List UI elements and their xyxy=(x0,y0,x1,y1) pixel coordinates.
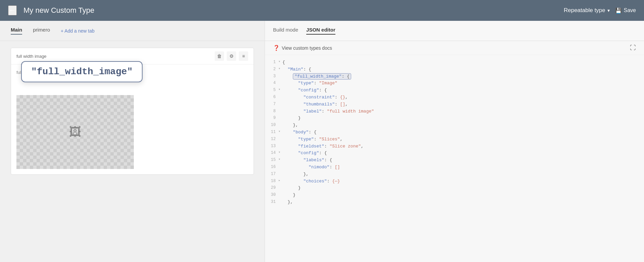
docs-link[interactable]: ❓ View custom types docs xyxy=(273,45,332,51)
line-number: 31 xyxy=(268,199,278,205)
line-content: "labels": { xyxy=(282,157,641,164)
json-line: 8 "label": "full width image" xyxy=(265,108,644,115)
line-content: "Main": { xyxy=(282,66,641,73)
json-line: 14▾ "config": { xyxy=(265,150,644,157)
line-content: }, xyxy=(282,122,641,129)
json-line: 7 "thumbnails": [], xyxy=(265,101,644,108)
line-number: 8 xyxy=(268,108,278,115)
image-placeholder: 🖼 xyxy=(16,95,134,169)
save-button[interactable]: 💾 Save xyxy=(615,7,636,14)
line-content: "type": "Image" xyxy=(282,80,641,87)
repeatable-type-dropdown[interactable]: Repeatable type ▾ xyxy=(564,7,610,14)
line-number: 12 xyxy=(268,136,278,142)
json-line: 1▾{ xyxy=(265,59,644,66)
json-line: 2▾ "Main": { xyxy=(265,66,644,73)
line-number: 2 xyxy=(268,66,278,73)
json-line: 9 } xyxy=(265,115,644,122)
line-number: 13 xyxy=(268,143,278,149)
line-content: }, xyxy=(282,171,641,178)
json-line: 13 "fieldset": "Slice zone", xyxy=(265,143,644,150)
callout-box: "full_width_image" xyxy=(21,61,143,82)
json-line: 5▾ "config": { xyxy=(265,87,644,94)
line-number: 3 xyxy=(268,73,278,80)
add-tab-button[interactable]: + Add a new tab xyxy=(61,28,95,34)
line-toggle-icon[interactable]: ▾ xyxy=(278,157,282,162)
back-button[interactable]: ← xyxy=(8,5,17,15)
line-content: "thumbnails": [], xyxy=(282,101,641,108)
json-line: 3 "full_width_image": { xyxy=(265,73,644,80)
line-number: 10 xyxy=(268,122,278,128)
json-line: 12 "type": "Slices", xyxy=(265,136,644,143)
tab-build-mode[interactable]: Build mode xyxy=(273,27,298,35)
repeatable-type-label: Repeatable type xyxy=(564,7,605,14)
drag-handle[interactable]: ≡ xyxy=(239,51,248,61)
image-icon: 🖼 xyxy=(69,125,81,139)
line-number: 15 xyxy=(268,157,278,163)
line-content: "config": { xyxy=(282,87,641,94)
line-content: { xyxy=(282,59,641,66)
line-toggle-icon[interactable]: ▸ xyxy=(278,178,282,183)
json-line: 29 } xyxy=(265,185,644,192)
field-body: full wi... "full_width_image" 🖼 xyxy=(11,64,254,174)
json-line: 10 }, xyxy=(265,122,644,129)
json-editor[interactable]: 1▾{2▾ "Main": {3 "full_width_image": {4 … xyxy=(265,55,644,262)
line-content: "constraint": {}, xyxy=(282,94,641,101)
chevron-down-icon: ▾ xyxy=(607,8,610,13)
line-content: "config": { xyxy=(282,150,641,157)
tab-json-editor[interactable]: JSON editor xyxy=(306,27,335,35)
callout-text: "full_width_image" xyxy=(21,61,143,82)
json-line: 16 "nimodo": [] xyxy=(265,164,644,171)
line-number: 7 xyxy=(268,101,278,107)
line-number: 14 xyxy=(268,150,278,156)
line-number: 4 xyxy=(268,80,278,86)
line-content: } xyxy=(282,185,641,192)
field-actions: 🗑 ⚙ ≡ xyxy=(215,51,248,61)
editor-toolbar: ❓ View custom types docs ⛶ xyxy=(265,41,644,55)
line-number: 18 xyxy=(268,178,278,184)
line-content: "type": "Slices", xyxy=(282,136,641,143)
expand-icon[interactable]: ⛶ xyxy=(630,44,636,51)
line-toggle-icon[interactable]: ▾ xyxy=(278,59,282,64)
line-toggle-icon[interactable]: ▾ xyxy=(278,129,282,134)
line-content: "label": "full width image" xyxy=(282,108,641,115)
json-line: 4 "type": "Image" xyxy=(265,80,644,87)
help-icon: ❓ xyxy=(273,45,280,51)
json-line: 30 } xyxy=(265,192,644,199)
line-number: 30 xyxy=(268,192,278,198)
line-number: 6 xyxy=(268,94,278,100)
highlighted-key: "full_width_image": { xyxy=(293,73,351,80)
line-number: 11 xyxy=(268,129,278,135)
field-card: full width image 🗑 ⚙ ≡ full wi... "full_… xyxy=(11,48,254,175)
line-number: 16 xyxy=(268,164,278,170)
json-line: 17 }, xyxy=(265,171,644,178)
header: ← My new Custom Type Repeatable type ▾ 💾… xyxy=(0,0,644,21)
line-content: }, xyxy=(282,199,641,206)
tab-primero[interactable]: primero xyxy=(33,27,50,35)
left-panel: Main primero + Add a new tab full width … xyxy=(0,21,265,262)
tab-bar: Main primero + Add a new tab xyxy=(0,21,265,41)
settings-button[interactable]: ⚙ xyxy=(227,51,236,61)
line-toggle-icon[interactable]: ▾ xyxy=(278,87,282,92)
save-icon: 💾 xyxy=(615,7,622,14)
tab-main[interactable]: Main xyxy=(11,27,22,35)
field-area: full width image 🗑 ⚙ ≡ full wi... "full_… xyxy=(0,41,265,262)
delete-button[interactable]: 🗑 xyxy=(215,51,224,61)
json-line: 6 "constraint": {}, xyxy=(265,94,644,101)
line-content: "choices": {↔} xyxy=(282,178,641,185)
line-number: 1 xyxy=(268,59,278,66)
line-toggle-icon[interactable]: ▾ xyxy=(278,66,282,72)
line-number: 5 xyxy=(268,87,278,93)
line-toggle-icon[interactable]: ▾ xyxy=(278,150,282,155)
header-right: Repeatable type ▾ 💾 Save xyxy=(564,7,636,14)
line-content: "fieldset": "Slice zone", xyxy=(282,143,641,150)
line-content: } xyxy=(282,115,641,122)
docs-link-label: View custom types docs xyxy=(282,45,332,51)
field-label: full width image xyxy=(16,54,47,59)
editor-tab-bar: Build mode JSON editor xyxy=(265,21,644,41)
json-line: 15▾ "labels": { xyxy=(265,157,644,164)
json-line: 18▸ "choices": {↔} xyxy=(265,178,644,185)
line-number: 29 xyxy=(268,185,278,191)
save-label: Save xyxy=(624,7,636,13)
line-content: "nimodo": [] xyxy=(282,164,641,171)
page-title: My new Custom Type xyxy=(23,6,94,15)
